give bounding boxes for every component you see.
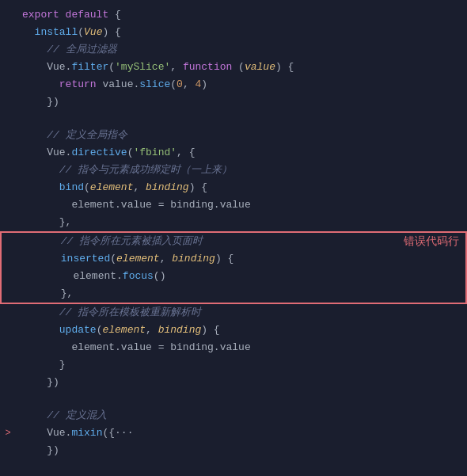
line-code: element.focus() bbox=[21, 268, 465, 284]
line-code: // 指令所在模板被重新解析时 bbox=[19, 305, 467, 321]
code-line: return value.slice(0, 4) bbox=[0, 76, 467, 93]
line-code: install(Vue) { bbox=[19, 25, 467, 40]
code-line: // 定义混入 bbox=[0, 407, 467, 425]
code-line: element.focus() bbox=[2, 268, 465, 285]
line-code: Vue.mixin({··· bbox=[19, 425, 467, 441]
code-line: // 指令所在模板被重新解析时 bbox=[0, 304, 467, 322]
line-code: element.value = binding.value bbox=[19, 197, 467, 213]
code-line: }, bbox=[0, 214, 467, 231]
code-editor: export default { install(Vue) { // 全局过滤器… bbox=[0, 0, 467, 476]
line-code: // 指令与元素成功绑定时（一上来） bbox=[19, 162, 467, 178]
line-code: }, bbox=[19, 215, 467, 230]
code-line: // 全局过滤器 bbox=[0, 41, 467, 59]
error-annotation: 错误代码行 bbox=[404, 234, 459, 249]
line-code: }) bbox=[19, 443, 467, 459]
line-code: bind(element, binding) { bbox=[19, 180, 467, 196]
line-code: // 全局过滤器 bbox=[19, 42, 467, 58]
code-line bbox=[0, 391, 467, 407]
code-line: }, bbox=[2, 285, 465, 303]
line-code: export default { bbox=[19, 7, 467, 23]
code-line: update(element, binding) { bbox=[0, 322, 467, 339]
line-code: }) bbox=[19, 94, 467, 110]
code-line: > Vue.mixin({··· bbox=[0, 425, 467, 442]
code-line: bind(element, binding) { bbox=[0, 179, 467, 196]
code-line: inserted(element, binding) { bbox=[2, 250, 465, 268]
code-line: Vue.filter('mySlice', function (value) { bbox=[0, 59, 467, 76]
line-code: Vue.directive('fbind', { bbox=[19, 145, 467, 161]
line-code: update(element, binding) { bbox=[19, 322, 467, 338]
line-code: }) bbox=[19, 375, 467, 390]
code-line: // 指令所在元素被插入页面时错误代码行 bbox=[2, 233, 465, 250]
code-line: Vue.directive('fbind', { bbox=[0, 144, 467, 162]
code-line: }) bbox=[0, 374, 467, 391]
line-code: element.value = binding.value bbox=[19, 340, 467, 356]
code-line: element.value = binding.value bbox=[0, 339, 467, 356]
line-code: // 定义混入 bbox=[19, 408, 467, 424]
code-line bbox=[0, 111, 467, 127]
error-highlight-block: // 指令所在元素被插入页面时错误代码行 inserted(element, b… bbox=[0, 231, 467, 304]
code-line: export default { bbox=[0, 6, 467, 24]
code-line: } bbox=[0, 356, 467, 374]
code-line: }) bbox=[0, 442, 467, 459]
line-code: }, bbox=[21, 286, 465, 302]
line-code: // 指令所在元素被插入页面时 bbox=[21, 234, 465, 249]
code-line: element.value = binding.value bbox=[0, 196, 467, 214]
line-gutter: > bbox=[0, 428, 19, 439]
code-line bbox=[0, 459, 467, 475]
code-line: // 指令与元素成功绑定时（一上来） bbox=[0, 162, 467, 179]
line-code: Vue.filter('mySlice', function (value) { bbox=[19, 59, 467, 75]
line-code: // 定义全局指令 bbox=[19, 128, 467, 143]
line-code: inserted(element, binding) { bbox=[21, 251, 465, 267]
line-code: return value.slice(0, 4) bbox=[19, 77, 467, 93]
code-line: install(Vue) { bbox=[0, 24, 467, 41]
code-line: // 定义全局指令 bbox=[0, 127, 467, 144]
line-code: } bbox=[19, 357, 467, 373]
code-line: }) bbox=[0, 93, 467, 111]
